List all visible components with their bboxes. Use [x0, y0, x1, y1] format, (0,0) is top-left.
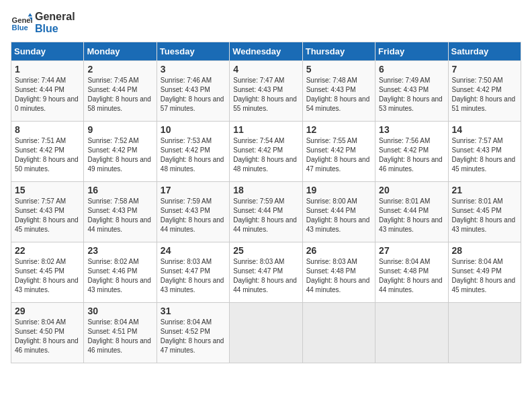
- calendar-cell: 16Sunrise: 7:58 AMSunset: 4:43 PMDayligh…: [84, 182, 157, 242]
- calendar-cell: 29Sunrise: 8:04 AMSunset: 4:50 PMDayligh…: [11, 303, 84, 363]
- day-info: Sunrise: 7:44 AMSunset: 4:44 PMDaylight:…: [15, 76, 80, 113]
- calendar-cell: 5Sunrise: 7:48 AMSunset: 4:43 PMDaylight…: [302, 61, 375, 122]
- weekday-header-tuesday: Tuesday: [157, 42, 229, 61]
- calendar-cell: 22Sunrise: 8:02 AMSunset: 4:45 PMDayligh…: [11, 242, 84, 303]
- day-info: Sunrise: 7:54 AMSunset: 4:42 PMDaylight:…: [233, 136, 298, 174]
- calendar-week-row: 1Sunrise: 7:44 AMSunset: 4:44 PMDaylight…: [11, 61, 521, 122]
- calendar-week-row: 29Sunrise: 8:04 AMSunset: 4:50 PMDayligh…: [11, 303, 521, 363]
- calendar-cell: 27Sunrise: 8:04 AMSunset: 4:48 PMDayligh…: [375, 242, 448, 303]
- day-info: Sunrise: 8:04 AMSunset: 4:50 PMDaylight:…: [15, 318, 80, 355]
- calendar-header-row: SundayMondayTuesdayWednesdayThursdayFrid…: [11, 42, 521, 61]
- day-info: Sunrise: 7:51 AMSunset: 4:42 PMDaylight:…: [15, 136, 80, 174]
- day-number: 30: [87, 306, 152, 316]
- day-number: 20: [379, 185, 444, 195]
- day-number: 26: [306, 245, 371, 256]
- day-number: 13: [379, 124, 444, 135]
- day-number: 7: [452, 64, 517, 75]
- day-info: Sunrise: 8:04 AMSunset: 4:48 PMDaylight:…: [379, 257, 444, 295]
- calendar-cell: 2Sunrise: 7:45 AMSunset: 4:44 PMDaylight…: [84, 61, 157, 122]
- day-number: 21: [452, 185, 517, 195]
- day-info: Sunrise: 8:00 AMSunset: 4:44 PMDaylight:…: [306, 197, 371, 234]
- weekday-header-friday: Friday: [375, 42, 448, 61]
- calendar-cell: 23Sunrise: 8:02 AMSunset: 4:46 PMDayligh…: [84, 242, 157, 303]
- day-number: 9: [87, 124, 152, 135]
- day-info: Sunrise: 8:01 AMSunset: 4:45 PMDaylight:…: [452, 197, 517, 234]
- day-number: 16: [87, 185, 152, 195]
- calendar-cell: 7Sunrise: 7:50 AMSunset: 4:42 PMDaylight…: [448, 61, 521, 122]
- day-number: 23: [87, 245, 152, 256]
- calendar-cell: [448, 303, 521, 363]
- day-number: 3: [161, 64, 226, 75]
- calendar-cell: [302, 303, 375, 363]
- calendar-cell: 15Sunrise: 7:57 AMSunset: 4:43 PMDayligh…: [11, 182, 84, 242]
- calendar-cell: 28Sunrise: 8:04 AMSunset: 4:49 PMDayligh…: [448, 242, 521, 303]
- calendar-cell: 8Sunrise: 7:51 AMSunset: 4:42 PMDaylight…: [11, 122, 84, 182]
- calendar-cell: 30Sunrise: 8:04 AMSunset: 4:51 PMDayligh…: [84, 303, 157, 363]
- day-number: 18: [233, 185, 298, 195]
- day-number: 14: [452, 124, 517, 135]
- day-info: Sunrise: 7:59 AMSunset: 4:43 PMDaylight:…: [161, 197, 226, 234]
- day-info: Sunrise: 7:49 AMSunset: 4:43 PMDaylight:…: [379, 76, 444, 113]
- day-info: Sunrise: 7:46 AMSunset: 4:43 PMDaylight:…: [161, 76, 226, 113]
- day-info: Sunrise: 8:02 AMSunset: 4:45 PMDaylight:…: [15, 257, 80, 295]
- day-number: 27: [379, 245, 444, 256]
- calendar-cell: 26Sunrise: 8:03 AMSunset: 4:48 PMDayligh…: [302, 242, 375, 303]
- calendar-cell: 31Sunrise: 8:04 AMSunset: 4:52 PMDayligh…: [157, 303, 229, 363]
- logo-text-general: General: [35, 11, 75, 23]
- day-info: Sunrise: 8:03 AMSunset: 4:47 PMDaylight:…: [233, 257, 298, 295]
- day-info: Sunrise: 8:03 AMSunset: 4:48 PMDaylight:…: [306, 257, 371, 295]
- day-info: Sunrise: 7:55 AMSunset: 4:42 PMDaylight:…: [306, 136, 371, 174]
- calendar-table: SundayMondayTuesdayWednesdayThursdayFrid…: [11, 42, 521, 363]
- day-info: Sunrise: 8:04 AMSunset: 4:51 PMDaylight:…: [87, 318, 152, 355]
- calendar-cell: 19Sunrise: 8:00 AMSunset: 4:44 PMDayligh…: [302, 182, 375, 242]
- calendar-cell: 18Sunrise: 7:59 AMSunset: 4:44 PMDayligh…: [230, 182, 302, 242]
- day-number: 10: [161, 124, 226, 135]
- weekday-header-wednesday: Wednesday: [230, 42, 302, 61]
- day-info: Sunrise: 7:48 AMSunset: 4:43 PMDaylight:…: [306, 76, 371, 113]
- calendar-cell: 21Sunrise: 8:01 AMSunset: 4:45 PMDayligh…: [448, 182, 521, 242]
- day-number: 2: [87, 64, 152, 75]
- day-number: 12: [306, 124, 371, 135]
- day-number: 25: [233, 245, 298, 256]
- day-info: Sunrise: 7:47 AMSunset: 4:43 PMDaylight:…: [233, 76, 298, 113]
- calendar-cell: 25Sunrise: 8:03 AMSunset: 4:47 PMDayligh…: [230, 242, 302, 303]
- weekday-header-sunday: Sunday: [11, 42, 84, 61]
- day-number: 8: [15, 124, 80, 135]
- day-info: Sunrise: 7:57 AMSunset: 4:43 PMDaylight:…: [452, 136, 517, 174]
- calendar-cell: 11Sunrise: 7:54 AMSunset: 4:42 PMDayligh…: [230, 122, 302, 182]
- day-number: 19: [306, 185, 371, 195]
- day-info: Sunrise: 7:50 AMSunset: 4:42 PMDaylight:…: [452, 76, 517, 113]
- logo: General Blue General Blue: [11, 11, 75, 35]
- calendar-cell: 14Sunrise: 7:57 AMSunset: 4:43 PMDayligh…: [448, 122, 521, 182]
- day-info: Sunrise: 8:02 AMSunset: 4:46 PMDaylight:…: [87, 257, 152, 295]
- day-number: 4: [233, 64, 298, 75]
- calendar-cell: 9Sunrise: 7:52 AMSunset: 4:42 PMDaylight…: [84, 122, 157, 182]
- calendar-body: 1Sunrise: 7:44 AMSunset: 4:44 PMDaylight…: [11, 61, 521, 363]
- calendar-cell: 13Sunrise: 7:56 AMSunset: 4:42 PMDayligh…: [375, 122, 448, 182]
- calendar-cell: [375, 303, 448, 363]
- calendar-cell: 3Sunrise: 7:46 AMSunset: 4:43 PMDaylight…: [157, 61, 229, 122]
- day-info: Sunrise: 7:58 AMSunset: 4:43 PMDaylight:…: [87, 197, 152, 234]
- calendar-cell: 1Sunrise: 7:44 AMSunset: 4:44 PMDaylight…: [11, 61, 84, 122]
- weekday-header-saturday: Saturday: [448, 42, 521, 61]
- day-info: Sunrise: 8:04 AMSunset: 4:49 PMDaylight:…: [452, 257, 517, 295]
- day-number: 11: [233, 124, 298, 135]
- day-info: Sunrise: 7:45 AMSunset: 4:44 PMDaylight:…: [87, 76, 152, 113]
- calendar-week-row: 8Sunrise: 7:51 AMSunset: 4:42 PMDaylight…: [11, 122, 521, 182]
- calendar-cell: 12Sunrise: 7:55 AMSunset: 4:42 PMDayligh…: [302, 122, 375, 182]
- day-info: Sunrise: 7:52 AMSunset: 4:42 PMDaylight:…: [87, 136, 152, 174]
- day-number: 29: [15, 306, 80, 316]
- day-info: Sunrise: 8:03 AMSunset: 4:47 PMDaylight:…: [161, 257, 226, 295]
- calendar-week-row: 15Sunrise: 7:57 AMSunset: 4:43 PMDayligh…: [11, 182, 521, 242]
- page-header: General Blue General Blue: [11, 11, 521, 35]
- day-number: 31: [161, 306, 226, 316]
- day-number: 1: [15, 64, 80, 75]
- day-number: 17: [161, 185, 226, 195]
- day-info: Sunrise: 7:59 AMSunset: 4:44 PMDaylight:…: [233, 197, 298, 234]
- day-info: Sunrise: 7:56 AMSunset: 4:42 PMDaylight:…: [379, 136, 444, 174]
- calendar-cell: 24Sunrise: 8:03 AMSunset: 4:47 PMDayligh…: [157, 242, 229, 303]
- calendar-cell: [230, 303, 302, 363]
- calendar-cell: 4Sunrise: 7:47 AMSunset: 4:43 PMDaylight…: [230, 61, 302, 122]
- calendar-cell: 6Sunrise: 7:49 AMSunset: 4:43 PMDaylight…: [375, 61, 448, 122]
- day-number: 6: [379, 64, 444, 75]
